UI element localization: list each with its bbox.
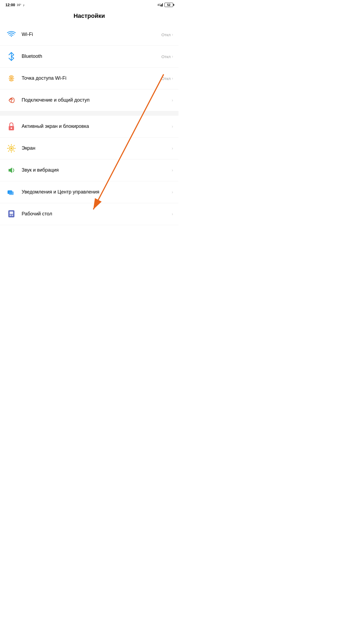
wifi-right: Откл › — [161, 32, 173, 37]
battery-icon: 52 — [164, 3, 173, 7]
svg-line-16 — [14, 151, 14, 151]
settings-item-sound[interactable]: Звук и вибрация › — [0, 159, 178, 181]
settings-item-hotspot[interactable]: Точка доступа Wi-Fi Откл › — [0, 68, 178, 89]
sound-chevron-icon: › — [172, 168, 173, 173]
status-bar: 12:00 16° ♪ 4G 52 — [0, 0, 178, 10]
settings-item-connection[interactable]: Подключение и общий доступ › — [0, 89, 178, 111]
screen-text: Экран — [22, 145, 172, 151]
tiktok-icon: ♪ — [23, 3, 25, 7]
settings-list-2: Активный экран и блокировка › Экран — [0, 116, 178, 225]
screen-right: › — [172, 146, 173, 151]
desktop-text: Рабочий стол — [22, 211, 172, 217]
settings-item-bluetooth[interactable]: Bluetooth Откл › — [0, 46, 178, 68]
bluetooth-icon — [5, 51, 17, 62]
svg-rect-24 — [12, 215, 13, 216]
sound-label: Звук и вибрация — [22, 167, 172, 173]
svg-line-17 — [14, 145, 14, 146]
wifi-status: Откл — [161, 32, 171, 37]
notifications-label: Уведомления и Центр управления — [22, 189, 172, 195]
desktop-right: › — [172, 212, 173, 216]
settings-list: Wi-Fi Откл › Bluetooth Откл › — [0, 24, 178, 111]
lockscreen-right: › — [172, 124, 173, 129]
desktop-icon — [5, 208, 17, 220]
page-title: Настройки — [0, 10, 178, 24]
connection-label: Подключение и общий доступ — [22, 97, 172, 103]
screen-chevron-icon: › — [172, 146, 173, 151]
section-divider-1 — [0, 111, 178, 116]
wifi-label: Wi-Fi — [22, 31, 161, 38]
svg-rect-3 — [162, 3, 163, 6]
svg-rect-1 — [161, 5, 161, 6]
svg-text:4G: 4G — [157, 4, 161, 6]
svg-rect-2 — [161, 4, 162, 6]
lockscreen-label: Активный экран и блокировка — [22, 123, 172, 129]
settings-item-screen[interactable]: Экран › — [0, 138, 178, 159]
status-left: 12:00 16° ♪ — [5, 3, 25, 7]
desktop-label: Рабочий стол — [22, 211, 172, 217]
status-time: 12:00 — [5, 3, 15, 7]
sound-icon — [5, 164, 17, 176]
sound-right: › — [172, 168, 173, 173]
wifi-icon — [5, 29, 17, 41]
lockscreen-chevron-icon: › — [172, 124, 173, 129]
hotspot-right: Откл › — [161, 76, 173, 81]
svg-rect-23 — [9, 215, 11, 216]
settings-item-wifi[interactable]: Wi-Fi Откл › — [0, 24, 178, 46]
hotspot-status: Откл — [161, 76, 171, 81]
notifications-right: › — [172, 190, 173, 195]
hotspot-text: Точка доступа Wi-Fi — [22, 75, 161, 81]
desktop-chevron-icon: › — [172, 212, 173, 216]
svg-rect-21 — [9, 191, 14, 195]
svg-point-5 — [11, 78, 12, 79]
connection-icon — [5, 94, 17, 106]
lock-icon — [5, 121, 17, 132]
bluetooth-text: Bluetooth — [22, 53, 161, 59]
svg-rect-22 — [9, 212, 13, 214]
wifi-chevron-icon: › — [172, 32, 173, 37]
svg-marker-19 — [9, 168, 12, 173]
connection-text: Подключение и общий доступ — [22, 97, 172, 103]
lockscreen-text: Активный экран и блокировка — [22, 123, 172, 129]
settings-item-lockscreen[interactable]: Активный экран и блокировка › — [0, 116, 178, 138]
sound-text: Звук и вибрация — [22, 167, 172, 173]
connection-right: › — [172, 98, 173, 103]
notifications-text: Уведомления и Центр управления — [22, 189, 172, 195]
screen-icon — [5, 142, 17, 154]
svg-line-15 — [8, 145, 9, 146]
connection-chevron-icon: › — [172, 98, 173, 103]
svg-point-8 — [11, 128, 12, 129]
signal-icon: 4G — [157, 3, 163, 7]
wifi-text: Wi-Fi — [22, 31, 161, 38]
settings-item-notifications[interactable]: Уведомления и Центр управления › — [0, 181, 178, 203]
svg-point-10 — [10, 147, 12, 149]
notifications-chevron-icon: › — [172, 190, 173, 195]
hotspot-icon — [5, 72, 17, 84]
hotspot-label: Точка доступа Wi-Fi — [22, 75, 161, 81]
notifications-icon — [5, 186, 17, 198]
hotspot-chevron-icon: › — [172, 76, 173, 81]
bluetooth-right: Откл › — [161, 54, 173, 59]
bluetooth-status: Откл — [161, 54, 171, 59]
screen-label: Экран — [22, 145, 172, 151]
settings-item-desktop[interactable]: Рабочий стол › — [0, 203, 178, 225]
bluetooth-label: Bluetooth — [22, 53, 161, 59]
svg-line-18 — [8, 151, 9, 151]
status-temp: 16° — [17, 3, 21, 6]
bluetooth-chevron-icon: › — [172, 54, 173, 59]
status-right: 4G 52 — [157, 3, 173, 7]
